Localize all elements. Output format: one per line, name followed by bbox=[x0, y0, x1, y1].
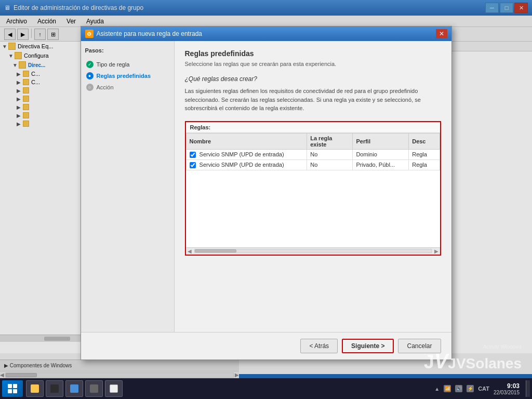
row1-name-cell: Servicio SNMP (UPD de entrada) bbox=[186, 149, 307, 159]
row1-perfil: Dominio bbox=[353, 149, 409, 159]
doc-icon bbox=[110, 384, 118, 393]
rules-box: Reglas: Nombre La regla existe Perfil De… bbox=[185, 121, 441, 256]
steps-title: Pasos: bbox=[85, 47, 170, 54]
modal-description: Las siguientes reglas definen los requis… bbox=[185, 87, 441, 113]
clock-time: 9:03 bbox=[494, 382, 520, 390]
tray-cat-label: CAT bbox=[478, 385, 489, 392]
terminal-icon bbox=[50, 384, 59, 393]
windows-logo-icon bbox=[8, 384, 17, 393]
next-button[interactable]: Siguiente > bbox=[342, 339, 394, 353]
start-button[interactable] bbox=[2, 380, 23, 397]
taskbar-app-explorer[interactable] bbox=[26, 380, 44, 397]
table-row: Servicio SNMP (UPD de entrada) No Privad… bbox=[186, 159, 440, 170]
cancel-button[interactable]: Cancelar bbox=[398, 339, 441, 353]
tray-power-icon[interactable]: ⚡ bbox=[467, 385, 474, 392]
step-reglas-predefinidas[interactable]: ● Reglas predefinidas bbox=[85, 70, 170, 82]
col-perfil: Perfil bbox=[353, 133, 409, 149]
tray-network-icon[interactable]: 📶 bbox=[444, 385, 451, 392]
files-icon bbox=[70, 384, 78, 393]
step-1-label: Tipo de regla bbox=[97, 61, 130, 68]
modal-title-bar: ⚙ Asistente para nueva regla de entrada … bbox=[81, 26, 451, 41]
row1-checkbox[interactable] bbox=[190, 152, 196, 158]
modal-dialog: ⚙ Asistente para nueva regla de entrada … bbox=[81, 26, 452, 360]
row1-name: Servicio SNMP (UPD de entrada) bbox=[200, 151, 284, 157]
taskbar-app-settings[interactable] bbox=[85, 380, 103, 397]
logo-quad-2 bbox=[13, 384, 17, 388]
rules-scroll-area[interactable]: Nombre La regla existe Perfil Desc bbox=[186, 133, 440, 247]
row2-perfil: Privado, Públ... bbox=[353, 159, 409, 170]
step-2-label: Reglas predefinidas bbox=[97, 73, 151, 79]
settings-icon bbox=[90, 384, 98, 393]
col-desc: Desc bbox=[409, 133, 440, 149]
modal-overlay: ⚙ Asistente para nueva regla de entrada … bbox=[0, 0, 532, 399]
logo-quad-3 bbox=[8, 389, 12, 393]
modal-title-left: ⚙ Asistente para nueva regla de entrada bbox=[85, 30, 202, 38]
step-3-label: Acción bbox=[97, 84, 114, 90]
col-existe: La regla existe bbox=[307, 133, 353, 149]
modal-footer: < Atrás Siguiente > Cancelar bbox=[81, 332, 451, 360]
step-accion[interactable]: ○ Acción bbox=[85, 82, 170, 93]
rules-box-title: Reglas: bbox=[186, 122, 440, 133]
modal-sidebar: Pasos: ✓ Tipo de regla ● Reglas predefin… bbox=[81, 41, 175, 332]
taskbar-app-doc[interactable] bbox=[105, 380, 123, 397]
col-nombre: Nombre bbox=[186, 133, 307, 149]
row2-name: Servicio SNMP (UPD de entrada) bbox=[200, 162, 284, 168]
modal-icon: ⚙ bbox=[85, 30, 94, 38]
modal-close-button[interactable]: ✕ bbox=[436, 29, 447, 38]
taskbar-right: ▲ 📶 🔊 ⚡ CAT 9:03 22/03/2015 bbox=[434, 380, 530, 397]
step-3-indicator: ○ bbox=[86, 84, 94, 91]
step-tipo-regla[interactable]: ✓ Tipo de regla bbox=[85, 59, 170, 70]
modal-question: ¿Qué reglas desea crear? bbox=[185, 75, 441, 83]
section-title: Reglas predefinidas bbox=[185, 49, 441, 58]
section-desc: Seleccione las reglas que se crearán par… bbox=[185, 61, 441, 67]
explorer-icon bbox=[31, 384, 39, 393]
taskbar-app-terminal[interactable] bbox=[46, 380, 63, 397]
modal-body: Pasos: ✓ Tipo de regla ● Reglas predefin… bbox=[81, 41, 451, 332]
row2-desc: Regla bbox=[409, 159, 440, 170]
clock-date: 22/03/2015 bbox=[494, 390, 520, 395]
row2-checkbox[interactable] bbox=[190, 162, 196, 168]
tray-volume-icon[interactable]: 🔊 bbox=[455, 385, 462, 392]
taskbar-clock[interactable]: 9:03 22/03/2015 bbox=[494, 382, 520, 395]
row1-desc: Regla bbox=[409, 149, 440, 159]
logo-quad-4 bbox=[13, 389, 17, 393]
step-2-indicator: ● bbox=[86, 72, 94, 79]
back-button[interactable]: < Atrás bbox=[300, 339, 338, 353]
row2-name-cell: Servicio SNMP (UPD de entrada) bbox=[186, 159, 307, 170]
desktop: 🖥 Editor de administración de directivas… bbox=[0, 0, 532, 399]
taskbar-app-files[interactable] bbox=[65, 380, 83, 397]
show-desktop-button[interactable] bbox=[526, 380, 530, 397]
table-row: Servicio SNMP (UPD de entrada) No Domini… bbox=[186, 149, 440, 159]
rules-table: Nombre La regla existe Perfil Desc bbox=[186, 133, 440, 170]
tray-expand[interactable]: ▲ bbox=[434, 386, 440, 392]
row2-exists: No bbox=[307, 159, 353, 170]
step-1-indicator: ✓ bbox=[86, 61, 94, 68]
taskbar: ▲ 📶 🔊 ⚡ CAT 9:03 22/03/2015 bbox=[0, 378, 532, 399]
modal-title-text: Asistente para nueva regla de entrada bbox=[97, 30, 202, 37]
logo-quad-1 bbox=[8, 384, 12, 388]
modal-main-content: Reglas predefinidas Seleccione las regla… bbox=[175, 41, 451, 332]
table-hscrollbar[interactable]: ◀ ▶ bbox=[186, 247, 440, 255]
row1-exists: No bbox=[307, 149, 353, 159]
